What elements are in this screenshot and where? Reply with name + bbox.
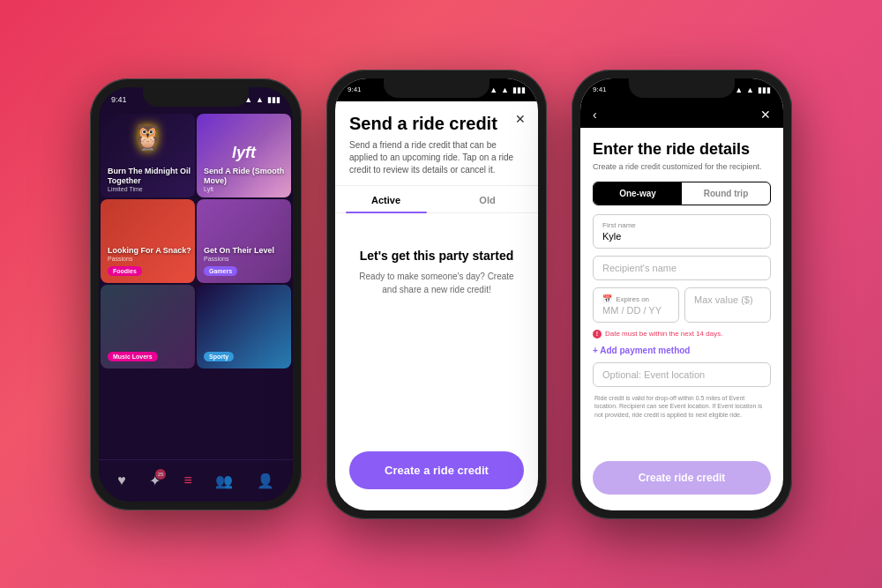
grid-item-label-1: Burn The Midnight Oil Together Limited T… bbox=[108, 167, 195, 192]
wifi-icon-2: ▲ bbox=[501, 86, 509, 94]
max-value-placeholder: Max value ($) bbox=[694, 294, 761, 305]
close-button-3[interactable]: ✕ bbox=[760, 108, 771, 122]
tab-old[interactable]: Old bbox=[437, 186, 538, 212]
error-text: Date must be within the next 14 days. bbox=[605, 330, 722, 338]
nav-icon-heart[interactable]: ♥ bbox=[117, 473, 126, 488]
grid-item-sub-4: Passions bbox=[204, 256, 274, 262]
status-icons-3: ▲ ▲ ▮▮▮ bbox=[735, 86, 771, 94]
status-time-2: 9:41 bbox=[348, 86, 362, 93]
back-button[interactable]: ‹ bbox=[593, 108, 597, 122]
battery-icon-3: ▮▮▮ bbox=[758, 86, 771, 94]
nav-icon-spark[interactable]: ✦ 25 bbox=[149, 473, 161, 489]
signal-icon-2: ▲ bbox=[490, 86, 497, 94]
grid-item-title-3: Looking For A Snack? bbox=[108, 246, 191, 256]
bottom-nav: ♥ ✦ 25 ≡ 👥 👤 bbox=[99, 459, 293, 502]
phone2-notch bbox=[384, 78, 490, 98]
status-time: 9:41 bbox=[111, 95, 127, 104]
footer-note: Ride credit is valid for drop-off within… bbox=[593, 394, 771, 420]
grid-item-title-2: Send A Ride (Smooth Move) bbox=[204, 167, 291, 186]
lyft-logo: lyft bbox=[232, 144, 256, 162]
calendar-icon: 📅 bbox=[602, 294, 612, 303]
expires-row: 📅 Expires on MM / DD / YY Max value ($) bbox=[593, 287, 771, 323]
ride-details-subtitle: Create a ride credit customized for the … bbox=[593, 162, 771, 171]
grid-item-sub-2: Lyft bbox=[204, 186, 291, 192]
create-ride-credit-button[interactable]: Create a ride credit bbox=[349, 451, 524, 489]
empty-state-subtitle: Ready to make someone's day? Create and … bbox=[353, 270, 520, 296]
ride-details-title: Enter the ride details bbox=[593, 140, 771, 159]
empty-state-title: Let's get this party started bbox=[353, 249, 520, 263]
status-time-3: 9:41 bbox=[593, 86, 607, 93]
music-tag: Music Lovers bbox=[108, 352, 158, 361]
app-grid: 🦉 Burn The Midnight Oil Together Limited… bbox=[99, 112, 293, 370]
close-button-2[interactable]: ✕ bbox=[515, 112, 526, 126]
add-payment-button[interactable]: + Add payment method bbox=[593, 346, 771, 355]
expires-placeholder: MM / DD / YY bbox=[602, 305, 669, 316]
event-location-field[interactable]: Optional: Event location bbox=[593, 362, 771, 387]
wifi-icon-3: ▲ bbox=[746, 86, 754, 94]
phone-1: 9:41 ▲ ▲ ▮▮▮ 🦉 Burn The Midnight Oil Tog… bbox=[90, 78, 302, 510]
trip-type-toggle: One-way Round trip bbox=[593, 182, 771, 205]
recipient-name-field[interactable]: Recipient's name bbox=[593, 256, 771, 280]
wifi-icon: ▲ bbox=[256, 95, 264, 104]
gamers-tag: Gamers bbox=[204, 266, 237, 276]
battery-icon: ▮▮▮ bbox=[267, 95, 280, 104]
grid-item-music[interactable]: Music Lovers bbox=[101, 285, 195, 368]
grid-item-label-3: Looking For A Snack? Passions bbox=[108, 246, 191, 262]
date-error-message: ! Date must be within the next 14 days. bbox=[593, 330, 771, 339]
send-credit-title: Send a ride credit bbox=[349, 114, 524, 134]
grid-item-label-2: Send A Ride (Smooth Move) Lyft bbox=[204, 167, 291, 192]
phone3-nav-bar: ‹ ✕ bbox=[580, 101, 783, 128]
first-name-value: Kyle bbox=[602, 231, 761, 242]
send-credit-desc: Send a friend a ride credit that can be … bbox=[349, 139, 524, 176]
foodies-tag: Foodies bbox=[108, 266, 142, 276]
grid-item-title-1: Burn The Midnight Oil Together bbox=[108, 167, 195, 186]
create-ride-credit-button-3[interactable]: Create ride credit bbox=[593, 461, 771, 495]
nav-icon-grid[interactable]: ≡ bbox=[184, 473, 192, 488]
phone-2: 9:41 ▲ ▲ ▮▮▮ ✕ Send a ride credit Send a… bbox=[326, 70, 547, 519]
grid-item-lyft[interactable]: lyft Send A Ride (Smooth Move) Lyft bbox=[197, 114, 291, 197]
phone3-notch bbox=[629, 78, 735, 98]
grid-item-title-4: Get On Their Level bbox=[204, 246, 274, 256]
status-icons: ▲ ▲ ▮▮▮ bbox=[244, 95, 280, 104]
grid-item-label-4: Get On Their Level Passions bbox=[204, 246, 274, 262]
one-way-option[interactable]: One-way bbox=[594, 182, 682, 205]
grid-item-sub-1: Limited Time bbox=[108, 186, 195, 192]
empty-state: Let's get this party started Ready to ma… bbox=[335, 213, 538, 314]
nav-badge: 25 bbox=[155, 469, 166, 480]
signal-icon-3: ▲ bbox=[735, 86, 743, 94]
error-icon: ! bbox=[593, 330, 602, 339]
expires-label: 📅 Expires on bbox=[602, 294, 669, 303]
tab-active[interactable]: Active bbox=[335, 186, 437, 212]
first-name-field[interactable]: First name Kyle bbox=[593, 214, 771, 249]
grid-item-food[interactable]: Foodies Looking For A Snack? Passions bbox=[101, 199, 195, 283]
nav-icon-profile[interactable]: 👤 bbox=[257, 473, 274, 489]
sporty-tag: Sporty bbox=[204, 352, 234, 361]
grid-item-sub-3: Passions bbox=[108, 256, 191, 262]
grid-item-sporty[interactable]: Sporty bbox=[197, 285, 291, 368]
first-name-label: First name bbox=[602, 221, 761, 229]
owl-icon: 🦉 bbox=[132, 123, 163, 152]
phone-3: 9:41 ▲ ▲ ▮▮▮ ‹ ✕ Enter the ride details … bbox=[572, 70, 792, 519]
grid-item-game[interactable]: Gamers Get On Their Level Passions bbox=[197, 199, 291, 283]
send-credit-header: ✕ Send a ride credit Send a friend a rid… bbox=[335, 101, 538, 186]
battery-icon-2: ▮▮▮ bbox=[512, 86, 526, 94]
round-trip-option[interactable]: Round trip bbox=[682, 182, 770, 205]
grid-item-owl[interactable]: 🦉 Burn The Midnight Oil Together Limited… bbox=[101, 114, 195, 197]
ride-details-content: Enter the ride details Create a ride cre… bbox=[580, 128, 783, 430]
expires-field[interactable]: 📅 Expires on MM / DD / YY bbox=[593, 287, 679, 323]
ride-credit-tabs: Active Old bbox=[335, 186, 538, 213]
status-icons-2: ▲ ▲ ▮▮▮ bbox=[490, 86, 526, 94]
max-value-field[interactable]: Max value ($) bbox=[684, 287, 771, 323]
recipient-placeholder: Recipient's name bbox=[602, 263, 761, 273]
event-location-placeholder: Optional: Event location bbox=[602, 369, 761, 380]
phone-notch bbox=[143, 87, 249, 107]
nav-icon-people[interactable]: 👥 bbox=[215, 473, 233, 489]
